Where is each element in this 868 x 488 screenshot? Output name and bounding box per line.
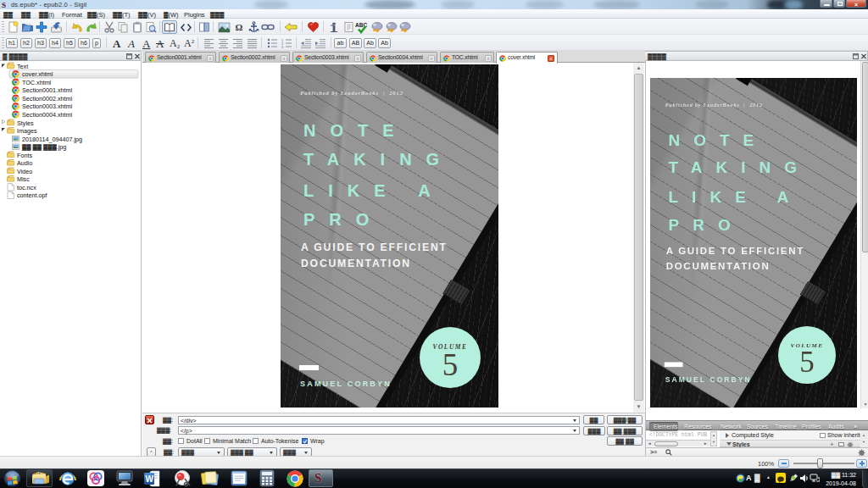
svg-text:Images: Images — [17, 127, 37, 135]
svg-text:Section0003.xhtml: Section0003.xhtml — [22, 103, 73, 110]
svg-text:Text: Text — [17, 63, 28, 70]
svg-text:Section0004.xhtml: Section0004.xhtml — [22, 111, 73, 119]
svg-text:Styles: Styles — [17, 119, 34, 127]
svg-text:Misc: Misc — [17, 175, 30, 183]
svg-text:Fonts: Fonts — [17, 152, 32, 159]
svg-text:W: W — [146, 474, 154, 484]
svg-text:20180114_094407.jpg: 20180114_094407.jpg — [22, 136, 82, 143]
svg-text:Video: Video — [17, 168, 32, 175]
svg-text:Section0001.xhtml: Section0001.xhtml — [22, 86, 73, 94]
svg-text:▓▓ ▓▓ ▓▓▓.jpg: ▓▓ ▓▓ ▓▓▓.jpg — [22, 143, 66, 151]
svg-text:toc.ncx: toc.ncx — [17, 184, 36, 191]
svg-text:Section0002.xhtml: Section0002.xhtml — [22, 95, 73, 103]
svg-text:Audio: Audio — [17, 159, 32, 167]
svg-text:content.opf: content.opf — [17, 191, 47, 199]
svg-text:TOC.xhtml: TOC.xhtml — [22, 79, 52, 86]
svg-text:cover.xhtml: cover.xhtml — [22, 70, 53, 78]
svg-text:3: 3 — [281, 45, 284, 49]
